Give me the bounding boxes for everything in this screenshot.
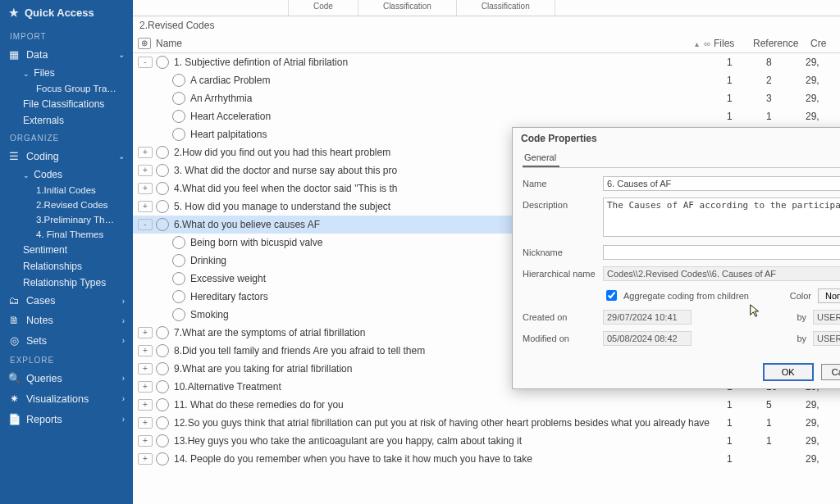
row-label: A cardiac Problem (190, 75, 727, 86)
sidebar-item-data[interactable]: ▦ Data ⌄ (0, 44, 133, 65)
expand-toggle-icon[interactable]: + (138, 201, 153, 212)
expand-toggle-icon[interactable]: + (138, 435, 153, 447)
tab-classification-1[interactable]: Classification (358, 0, 457, 16)
sidebar-item-sets[interactable]: ◎ Sets › (0, 330, 133, 351)
col-reference[interactable]: Reference (753, 38, 810, 49)
table-row[interactable]: +13.Hey guys you who take the anticoagul… (133, 432, 840, 450)
row-references: 1 (766, 111, 806, 122)
expand-toggle-icon[interactable]: + (138, 345, 153, 356)
sidebar-item-notes[interactable]: 🗎 Notes › (0, 311, 133, 330)
expand-all-icon[interactable]: ⊕ (138, 38, 151, 49)
sidebar-file-focus-group[interactable]: Focus Group Tra… (0, 81, 133, 96)
ok-button[interactable]: OK (764, 364, 813, 380)
sidebar-item-reports[interactable]: 📄 Reports › (0, 409, 133, 429)
checkbox-aggregate[interactable]: Aggregate coding from children (603, 288, 749, 303)
expand-toggle-icon[interactable]: - (138, 57, 153, 68)
value-created: 29/07/2024 10:41 (603, 310, 692, 325)
reports-icon: 📄 (8, 413, 20, 425)
code-node-icon (156, 164, 169, 177)
label-name: Name (523, 176, 603, 188)
row-label: 11. What do these remedies do for you (174, 399, 727, 411)
code-node-icon (172, 110, 185, 123)
checkbox-aggregate-input[interactable] (606, 290, 617, 301)
row-created: 29, (806, 57, 835, 68)
code-node-icon (172, 290, 185, 303)
table-row[interactable]: +14. People do you remember when you hav… (133, 450, 840, 468)
star-icon: ★ (8, 7, 20, 19)
quick-access-header[interactable]: ★ Quick Access (0, 0, 133, 27)
section-organize: ORGANIZE (0, 129, 133, 146)
sidebar-code-final[interactable]: 4. Final Themes (0, 227, 133, 242)
chevron-right-icon: › (122, 316, 125, 325)
sidebar-item-files[interactable]: ⌄ Files (0, 65, 133, 81)
sidebar-relationships[interactable]: Relationships (0, 258, 133, 275)
code-node-icon (156, 344, 169, 357)
expand-toggle-icon[interactable]: + (138, 399, 153, 411)
chevron-right-icon: › (122, 374, 125, 383)
sidebar-item-coding[interactable]: ☰ Coding ⌄ (0, 146, 133, 166)
row-created: 29, (806, 453, 835, 465)
row-files: 1 (727, 57, 766, 68)
label-nickname: Nickname (523, 245, 603, 257)
table-row[interactable]: +11. What do these remedies do for you15… (133, 396, 840, 414)
expand-toggle-icon[interactable]: + (138, 327, 153, 338)
sidebar-item-codes[interactable]: ⌄ Codes (0, 166, 133, 183)
select-color[interactable]: None (818, 288, 840, 303)
row-files: 1 (727, 111, 766, 122)
sidebar-code-revised[interactable]: 2.Revised Codes (0, 198, 133, 212)
sidebar-item-queries[interactable]: 🔍 Queries › (0, 368, 133, 388)
row-created: 29, (806, 435, 835, 447)
sets-icon: ◎ (8, 334, 20, 347)
tab-code[interactable]: Code (289, 0, 358, 16)
sidebar-sentiment[interactable]: Sentiment (0, 242, 133, 258)
table-row[interactable]: A cardiac Problem1229, (133, 71, 840, 89)
expand-toggle-icon[interactable]: + (138, 381, 153, 393)
cases-icon: 🗂 (8, 295, 20, 306)
sidebar-rel-types[interactable]: Relationship Types (0, 275, 133, 291)
expand-toggle-icon[interactable]: + (138, 183, 153, 194)
col-name[interactable]: Name (156, 38, 695, 49)
sidebar-code-preliminary[interactable]: 3.Preliminary Th… (0, 212, 133, 227)
row-files: 1 (727, 453, 766, 465)
sidebar-item-visualizations[interactable]: ✷ Visualizations › (0, 388, 133, 409)
table-row[interactable]: Heart Acceleration1129, (133, 107, 840, 125)
chevron-right-icon: › (122, 297, 125, 306)
code-node-icon (156, 218, 169, 231)
expand-toggle-icon[interactable]: + (138, 453, 153, 465)
cancel-button[interactable]: Cancel (821, 364, 840, 380)
code-node-icon (156, 452, 169, 465)
label-modified-by: by (797, 334, 806, 343)
code-node-icon (156, 56, 169, 69)
breadcrumb: 2.Revised Codes (133, 16, 840, 34)
row-references: 5 (766, 399, 806, 411)
sidebar-file-classifications[interactable]: File Classifications (0, 96, 133, 112)
input-nickname[interactable] (603, 245, 840, 260)
input-name[interactable] (603, 176, 840, 191)
expand-toggle-icon[interactable]: - (138, 219, 153, 230)
expand-toggle-icon[interactable]: + (138, 417, 153, 429)
tab-classification-2[interactable]: Classification (457, 0, 555, 16)
row-created: 29, (806, 93, 835, 104)
dialog-tab-general[interactable]: General (523, 151, 559, 167)
input-description[interactable]: The Causes of AF according to the partic… (603, 198, 840, 237)
section-explore: EXPLORE (0, 351, 133, 368)
code-node-icon (172, 128, 185, 141)
expand-toggle-icon[interactable]: + (138, 147, 153, 158)
chevron-right-icon: › (122, 336, 125, 345)
row-label: 13.Hey guys you who take the anticoagula… (174, 435, 727, 447)
sort-asc-icon[interactable]: ▴ (695, 39, 699, 48)
viz-icon: ✷ (8, 393, 20, 405)
table-row[interactable]: -1. Subjective defintion of Atrial fibri… (133, 53, 840, 71)
sidebar-externals[interactable]: Externals (0, 112, 133, 129)
col-files[interactable]: Files (714, 38, 753, 49)
expand-toggle-icon[interactable]: + (138, 165, 153, 176)
chevron-right-icon: › (122, 394, 125, 403)
sidebar-item-cases[interactable]: 🗂 Cases › (0, 291, 133, 311)
main-panel: Code Classification Classification 2.Rev… (133, 0, 840, 504)
expand-toggle-icon[interactable]: + (138, 363, 153, 375)
table-row[interactable]: An Arrhythmia1329, (133, 89, 840, 107)
sidebar-code-initial[interactable]: 1.Initial Codes (0, 183, 133, 198)
table-row[interactable]: +12.So you guys think that atrial fibril… (133, 414, 840, 432)
row-references: 1 (766, 435, 806, 447)
col-created[interactable]: Cre (810, 38, 835, 49)
